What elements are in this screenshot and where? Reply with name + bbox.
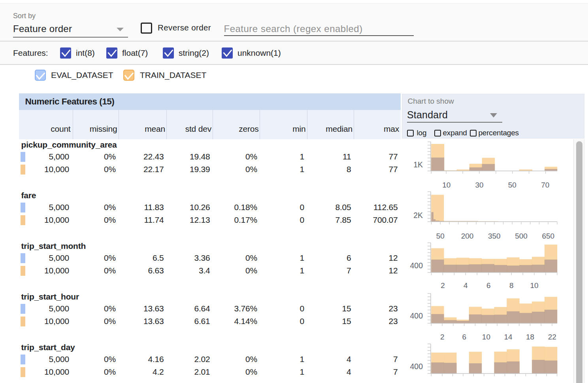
svg-text:400: 400 [410, 362, 423, 371]
svg-text:1K: 1K [413, 160, 423, 169]
svg-text:70: 70 [541, 181, 549, 189]
svg-text:6: 6 [486, 281, 491, 290]
svg-text:2: 2 [441, 281, 445, 290]
svg-text:50: 50 [436, 232, 445, 240]
svg-text:10: 10 [442, 181, 450, 189]
svg-text:6: 6 [462, 333, 467, 341]
svg-text:22: 22 [548, 333, 556, 341]
svg-text:50: 50 [508, 181, 516, 189]
svg-text:18: 18 [526, 333, 534, 341]
svg-text:8: 8 [509, 281, 514, 290]
svg-text:500: 500 [515, 232, 528, 240]
svg-text:2: 2 [440, 333, 445, 341]
svg-text:2K: 2K [413, 211, 423, 220]
svg-text:30: 30 [475, 181, 483, 189]
svg-text:10: 10 [530, 281, 539, 290]
svg-text:400: 400 [410, 311, 423, 320]
svg-text:650: 650 [542, 232, 554, 240]
svg-text:10: 10 [482, 333, 490, 341]
svg-text:14: 14 [504, 333, 513, 341]
svg-text:350: 350 [488, 232, 501, 240]
svg-text:400: 400 [410, 261, 423, 270]
svg-text:200: 200 [461, 232, 474, 240]
svg-text:4: 4 [464, 281, 468, 290]
